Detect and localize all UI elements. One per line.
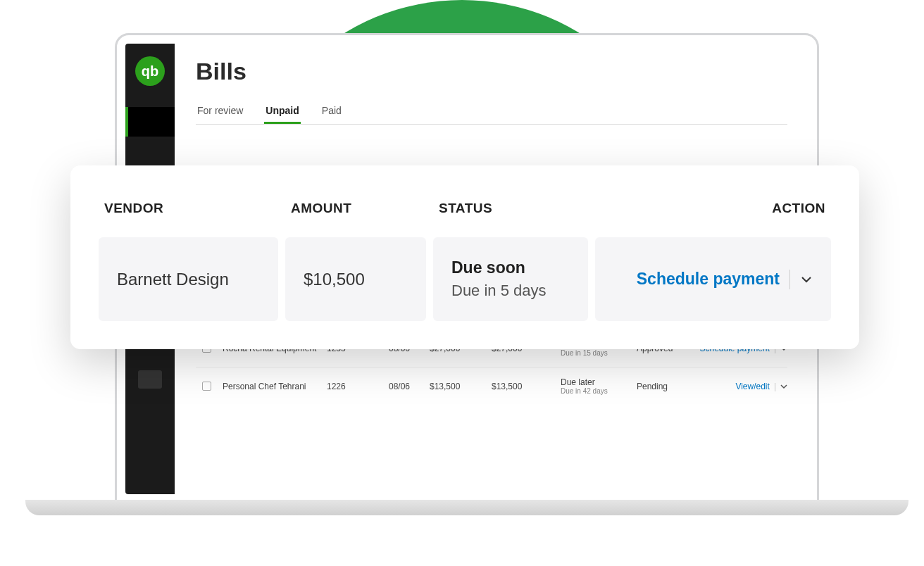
row-action[interactable]: View/edit | <box>692 382 787 391</box>
row-date: 08/06 <box>389 382 424 391</box>
tab-unpaid[interactable]: Unpaid <box>264 99 300 124</box>
tab-paid[interactable]: Paid <box>320 99 343 124</box>
sidebar-item-active[interactable] <box>125 107 175 137</box>
row-balance: $13,500 <box>492 382 555 391</box>
row-checkbox[interactable] <box>196 382 217 391</box>
sidebar-secondary-block <box>138 370 162 389</box>
header-amount: AMOUNT <box>291 201 439 216</box>
tab-for-review[interactable]: For review <box>196 99 244 124</box>
schedule-payment-button[interactable]: Schedule payment <box>637 270 780 289</box>
chevron-down-icon[interactable] <box>780 383 787 390</box>
bills-tabs: For review Unpaid Paid <box>196 99 787 125</box>
overlay-status-cell: Due soon Due in 5 days <box>433 237 588 321</box>
overlay-data-row: Barnett Design $10,500 Due soon Due in 5… <box>99 237 831 321</box>
header-vendor: VENDOR <box>104 201 291 216</box>
overlay-action-cell[interactable]: Schedule payment <box>595 237 831 321</box>
row-action-label: View/edit <box>735 382 769 391</box>
header-status: STATUS <box>439 201 601 216</box>
row-status-title: Due later <box>561 377 631 387</box>
row-vendor: Personal Chef Tehrani <box>223 382 321 391</box>
overlay-column-headers: VENDOR AMOUNT STATUS ACTION <box>99 201 831 216</box>
chevron-down-icon[interactable] <box>800 273 813 286</box>
row-status-sub: Due in 15 days <box>561 349 631 357</box>
row-approval: Pending <box>637 382 686 391</box>
overlay-status-sub: Due in 5 days <box>451 282 570 300</box>
action-separator: | <box>774 382 776 391</box>
row-bill-no: 1226 <box>327 382 383 391</box>
row-status-sub: Due in 42 days <box>561 387 631 395</box>
page-title: Bills <box>196 58 787 85</box>
featured-bill-card: VENDOR AMOUNT STATUS ACTION Barnett Desi… <box>70 165 859 349</box>
action-separator <box>789 270 790 289</box>
row-status: Due later Due in 42 days <box>561 377 631 395</box>
laptop-base <box>25 500 909 515</box>
table-row[interactable]: Personal Chef Tehrani 1226 08/06 $13,500… <box>196 367 787 405</box>
quickbooks-logo-icon[interactable]: qb <box>135 56 165 86</box>
overlay-vendor-cell: Barnett Design <box>99 237 278 321</box>
header-action: ACTION <box>601 201 825 216</box>
overlay-status-title: Due soon <box>451 258 570 277</box>
row-amount: $13,500 <box>430 382 486 391</box>
overlay-amount-cell: $10,500 <box>285 237 426 321</box>
